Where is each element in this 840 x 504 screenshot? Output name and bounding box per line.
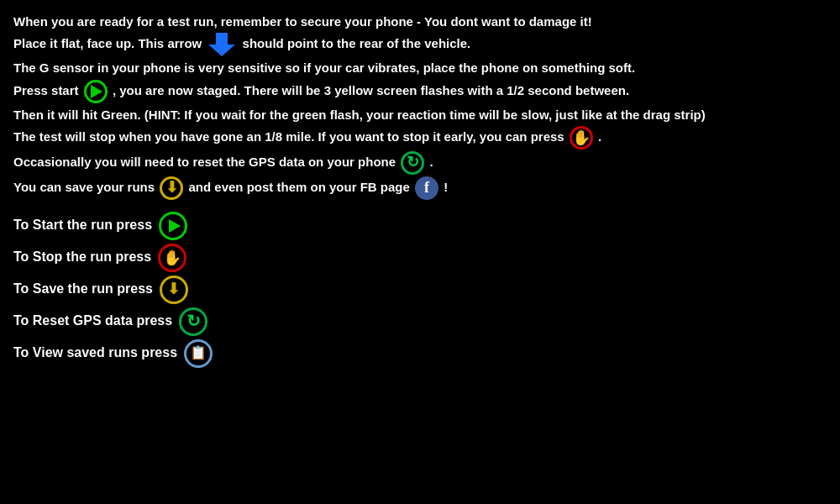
paragraph-6: Occasionally you will need to reset the … xyxy=(13,151,827,175)
blue-arrow-icon xyxy=(208,33,235,56)
save-icon[interactable]: ⬇ xyxy=(160,276,188,304)
stop-icon-inline: ✋ xyxy=(570,126,593,150)
gps-reset-icon[interactable]: ↻ xyxy=(179,307,207,336)
action-save: To Save the run press ⬇ xyxy=(13,276,827,304)
stop-icon[interactable]: ✋ xyxy=(158,244,186,272)
actions-section: To Start the run press To Stop the run p… xyxy=(13,212,827,368)
action-start: To Start the run press xyxy=(13,212,827,240)
action-gps: To Reset GPS data press ↻ xyxy=(13,307,827,336)
paragraph-2: The G sensor in your phone is very sensi… xyxy=(13,58,827,77)
facebook-icon-inline: f xyxy=(415,176,438,200)
action-view: To View saved runs press 📋 xyxy=(13,339,827,368)
paragraph-7: You can save your runs ⬇ and even post t… xyxy=(13,176,827,200)
start-icon[interactable] xyxy=(159,212,187,240)
action-stop: To Stop the run press ✋ xyxy=(13,244,827,272)
save-icon-inline: ⬇ xyxy=(160,176,183,200)
paragraph-5: The test will stop when you have gone an… xyxy=(13,126,827,150)
main-content: When you are ready for a test run, remem… xyxy=(13,12,827,368)
paragraph-1b: Place it flat, face up. This arrow shoul… xyxy=(13,33,827,56)
gps-icon-inline: ↻ xyxy=(401,151,424,175)
clipboard-icon[interactable]: 📋 xyxy=(184,339,213,368)
paragraph-1: When you are ready for a test run, remem… xyxy=(13,12,827,31)
start-icon-inline xyxy=(84,80,108,103)
paragraph-4: Then it will hit Green. (HINT: If you wa… xyxy=(13,105,827,124)
paragraph-3: Press start , you are now staged. There … xyxy=(13,80,827,103)
